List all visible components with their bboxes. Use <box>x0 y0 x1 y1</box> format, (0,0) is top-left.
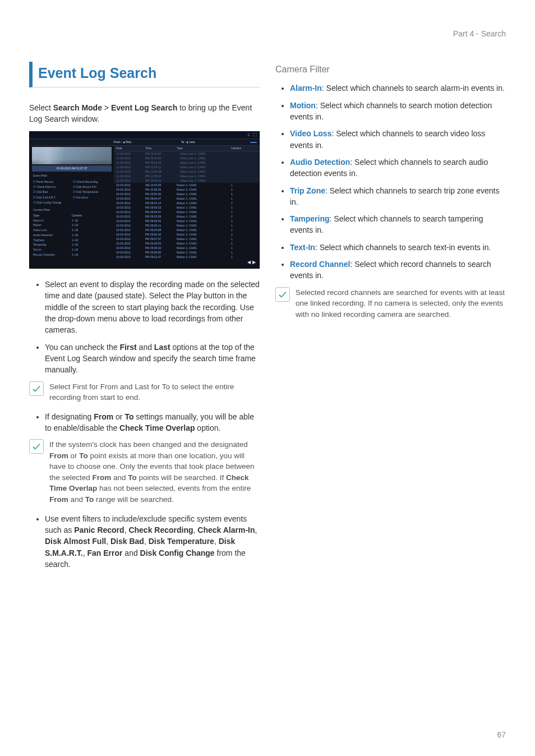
table-row[interactable]: 10-03-2013PM 09:41:14Motion 1: CAM11 <box>114 201 259 205</box>
intro-gt: > <box>102 103 111 112</box>
table-row[interactable]: 10-03-2013PM 09:24:58Motion 1: CAM11 <box>114 228 259 232</box>
camera-filter-item: Tampering: Select which channels to sear… <box>290 213 506 236</box>
table-row[interactable]: 10-03-2013PM 09:56:53Motion 1: CAM11 <box>114 205 259 210</box>
event-filter-item: Disk Config Change <box>33 201 71 205</box>
camera-filter-panel: Camera Filter Type Camera Alarm-In1~16Mo… <box>30 207 114 258</box>
table-row[interactable]: 11-26-2013PM 02:51:24Video Loss 1: CAM1 <box>114 160 259 165</box>
camera-filter-heading: Camera Filter <box>275 63 506 76</box>
camera-filter-key: Trip Zone <box>290 186 325 195</box>
note-text: If the system's clock has been changed a… <box>49 439 260 505</box>
event-filter-panel: Event Filter Panic RecordCheck Recording… <box>30 172 114 208</box>
fullscreen-icon: ⛶ <box>253 132 257 138</box>
cf-type: TripZone <box>33 238 72 242</box>
th-date: Date <box>114 146 145 150</box>
breadcrumb: Part 4 - Search <box>29 28 506 39</box>
table-row[interactable]: 10-03-2013PM 09:27:57Motion 1: CAM11 <box>114 237 259 241</box>
camera-filter-key: Video Loss <box>290 129 331 138</box>
left-column: Event Log Search Select Search Mode > Ev… <box>29 62 260 575</box>
camera-filter-key: Audio Detection <box>290 158 350 167</box>
camera-filter-desc: : Select which channels to search text-i… <box>315 243 491 252</box>
list-item: You can uncheck the First and Last optio… <box>45 342 260 376</box>
cf-type: Alarm-In <box>33 219 72 223</box>
intro-mode: Search Mode <box>53 103 102 112</box>
table-row[interactable]: 10-03-2013PM 09:54:47Motion 1: CAM11 <box>114 196 259 201</box>
pin-icon: ⇩ <box>247 132 251 139</box>
camera-filter-item: Record Channel: Select which record chan… <box>290 259 506 282</box>
table-row[interactable]: 11-26-2013PM 04:41:07Video Loss 1: CAM1 <box>114 151 259 156</box>
intro-text: Select Search Mode > Event Log Search to… <box>29 102 260 125</box>
check-icon <box>29 381 44 396</box>
note-text: Select First for From and Last for To to… <box>49 381 260 403</box>
cf-range: 1~16 <box>72 233 110 237</box>
note: If the system's clock has been changed a… <box>29 439 260 505</box>
table-row[interactable]: 10-03-2013AM 10:43:55Motion 1: CAM11 <box>114 183 259 187</box>
screenshot-header: From : ◉ First To : ◉ Last <box>30 139 259 146</box>
from-label: From : <box>114 140 122 144</box>
cf-type: Audio Detection <box>33 233 72 237</box>
prev-icon[interactable]: ◀ <box>247 259 251 266</box>
cf-range: 1~16 <box>72 223 110 227</box>
camera-filter-key: Motion <box>290 101 316 110</box>
page-title: Event Log Search <box>29 62 260 87</box>
cf-type: Tampering <box>33 243 72 247</box>
note: Select First for From and Last for To to… <box>29 381 260 403</box>
note-record-channel: Selected record channels are searched fo… <box>275 287 506 320</box>
event-filter-item: Disk Temperature <box>73 190 110 194</box>
cf-col-type: Type <box>33 214 72 218</box>
camera-filter-key: Tampering <box>290 214 330 223</box>
camera-filter-key: Text-In <box>290 243 315 252</box>
cf-range: 1~16 <box>72 253 110 257</box>
table-row[interactable]: 10-03-2013PM 09:26:10Motion 1: CAM11 <box>114 232 259 237</box>
camera-filter-desc: : Select which channels to search motion… <box>290 101 492 121</box>
cf-col-camera: Camera <box>72 214 110 218</box>
table-row[interactable]: 11-26-2013PM 12:05:08Video Loss 1: CAM1 <box>114 169 259 174</box>
event-filter-item: Disk S.M.A.R.T. <box>33 196 71 200</box>
camera-filter-key: Alarm-In <box>290 84 322 93</box>
cf-range: 1~16 <box>72 248 110 252</box>
table-row[interactable]: 10-03-2013PM 10:06:05Motion 1: CAM11 <box>114 187 259 192</box>
table-row[interactable]: 11-25-2013PM 10:44:16Video Loss 1: CAM1 <box>114 178 259 183</box>
event-filter-item: Disk Almost Full <box>73 185 110 189</box>
camera-filter-title: Camera Filter <box>33 208 110 212</box>
event-filter-item: Panic Record <box>33 180 71 184</box>
table-row[interactable]: 10-03-2013PM 09:39:40Motion 1: CAM11 <box>114 219 259 223</box>
table-row[interactable]: 11-25-2013PM 11:38:02Video Loss 1: CAM1 <box>114 174 259 178</box>
cf-type: Text-In <box>33 248 72 252</box>
search-button[interactable] <box>250 142 257 143</box>
camera-filter-item: Video Loss: Select which channels to sea… <box>290 128 506 151</box>
table-row[interactable]: 10-03-2013PM 09:53:39Motion 1: CAM11 <box>114 214 259 219</box>
camera-filter-item: Text-In: Select which channels to search… <box>290 242 506 253</box>
cf-type: Motion <box>33 223 72 227</box>
event-filter-item: Disk Bad <box>33 190 71 194</box>
check-icon <box>29 439 44 454</box>
table-row[interactable]: 10-03-2013PM 09:30:32Motion 1: CAM11 <box>114 246 259 250</box>
intro-sub: Event Log Search <box>111 103 177 112</box>
table-row[interactable]: 10-03-2013PM 09:54:07Motion 1: CAM11 <box>114 210 259 214</box>
page-number: 67 <box>497 729 506 740</box>
app-screenshot: ⇩ ⛶ From : ◉ First To : ◉ Last 10-03-201… <box>29 131 260 269</box>
table-row[interactable]: 11-26-2013PM 01:24:11Video Loss 1: CAM1 <box>114 165 259 169</box>
cf-range: 1~16 <box>72 243 110 247</box>
list-item: Use event filters to include/exclude spe… <box>45 513 260 570</box>
event-filter-item: Fan Error <box>73 196 110 200</box>
table-row[interactable]: 10-03-2013PM 09:20:11Motion 1: CAM11 <box>114 223 259 228</box>
table-row[interactable]: 11-26-2013PM 03:10:00Video Loss 1: CAM1 <box>114 156 259 160</box>
table-row[interactable]: 10-03-2013PM 09:21:37Motion 1: CAM11 <box>114 255 259 258</box>
cf-range: 1~16 <box>72 219 110 223</box>
camera-filter-list: Alarm-In: Select which channels to searc… <box>275 82 506 281</box>
event-filter-title: Event Filter <box>33 174 110 178</box>
note-text: Selected record channels are searched fo… <box>296 287 506 320</box>
th-camera: Camera <box>231 146 259 150</box>
camera-filter-item: Alarm-In: Select which channels to searc… <box>290 82 506 94</box>
to-label: To : <box>181 140 186 144</box>
preview-datetime: 10-03-2013 AM 01:07:37 <box>32 165 112 172</box>
next-icon[interactable]: ▶ <box>252 259 256 266</box>
bullet-list: Use event filters to include/exclude spe… <box>29 513 260 570</box>
table-body: 11-26-2013PM 04:41:07Video Loss 1: CAM11… <box>114 151 259 258</box>
first-label: First <box>126 140 131 144</box>
table-row[interactable]: 10-03-2013PM 09:28:55Motion 1: CAM11 <box>114 241 259 246</box>
table-row[interactable]: 10-03-2013PM 09:50:30Motion 1: CAM11 <box>114 192 259 196</box>
cf-type: Video Loss <box>33 228 72 232</box>
table-row[interactable]: 10-03-2013PM 09:28:50Motion 1: CAM11 <box>114 250 259 255</box>
event-filter-item: Check Recording <box>73 180 110 184</box>
